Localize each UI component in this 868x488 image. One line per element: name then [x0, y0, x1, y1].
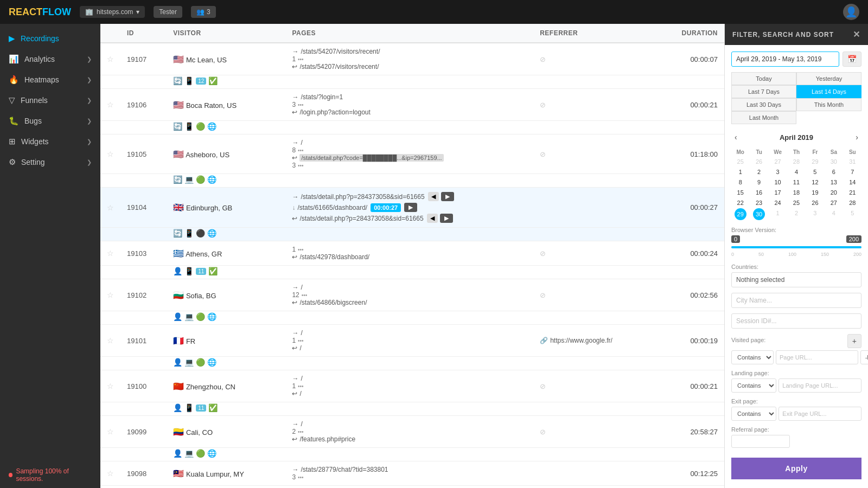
page-link: ↩/stats/detail.php?code=████████...&ip=2… — [292, 154, 527, 162]
cal-day[interactable]: 6 — [825, 167, 843, 177]
cal-day[interactable]: 22 — [731, 198, 749, 208]
cal-day[interactable]: 24 — [769, 198, 787, 208]
pages-count: 3••• — [292, 473, 527, 481]
cal-day[interactable]: 26 — [750, 157, 768, 166]
star-icon[interactable]: ☆ — [107, 249, 114, 258]
quick-date-30days[interactable]: Last 30 Days — [731, 98, 796, 111]
sidebar-item-bugs[interactable]: 🐛 Bugs ❯ — [0, 111, 100, 131]
close-icon[interactable]: ✕ — [853, 29, 860, 40]
cal-day[interactable]: 3 — [806, 208, 824, 220]
exit-page-contains[interactable]: Contains — [731, 407, 776, 421]
cal-day[interactable]: 9 — [750, 177, 768, 187]
quick-date-today[interactable]: Today — [731, 72, 796, 85]
cal-day[interactable]: 21 — [844, 188, 861, 197]
quick-date-yesterday[interactable]: Yesterday — [796, 72, 861, 85]
star-icon[interactable]: ☆ — [107, 203, 114, 212]
cal-day[interactable]: 27 — [825, 198, 843, 208]
cal-day[interactable]: 26 — [806, 198, 824, 208]
page-link: ↩/stats/64866/bigscreen/ — [292, 299, 527, 306]
apply-button[interactable]: Apply — [731, 458, 861, 479]
cal-day[interactable]: 15 — [731, 188, 749, 197]
star-icon[interactable]: ☆ — [107, 469, 114, 478]
quick-date-this-month[interactable]: This Month — [796, 98, 861, 111]
cal-day[interactable]: 13 — [825, 177, 843, 187]
star-icon[interactable]: ☆ — [107, 427, 114, 436]
date-range-input[interactable] — [731, 52, 839, 67]
cal-day[interactable]: 5 — [806, 167, 824, 177]
cal-day[interactable]: 4 — [825, 208, 843, 220]
row-id: 19107 — [127, 55, 146, 63]
play-btn[interactable]: ▶ — [441, 192, 454, 201]
cal-day[interactable]: 4 — [787, 167, 805, 177]
star-icon[interactable]: ☆ — [107, 150, 114, 158]
city-input[interactable] — [731, 293, 861, 308]
cal-day[interactable]: 1 — [731, 167, 749, 177]
calendar-icon-btn[interactable]: 📅 — [843, 52, 861, 67]
cal-day[interactable]: 3 — [769, 167, 787, 177]
referral-page-input[interactable] — [731, 435, 790, 448]
exit-page-url[interactable] — [778, 407, 861, 421]
cal-day-selected-start[interactable]: 29 — [735, 208, 746, 220]
visited-page-contains[interactable]: Contains — [731, 350, 774, 364]
row-id: 19099 — [127, 428, 146, 436]
cal-day[interactable]: 19 — [806, 188, 824, 197]
cal-day[interactable]: 28 — [844, 198, 861, 208]
cal-day[interactable]: 27 — [769, 157, 787, 166]
cal-day[interactable]: 30 — [825, 157, 843, 166]
page-link: ↩/ — [292, 390, 527, 397]
site-name: hitsteps.com — [97, 8, 133, 16]
session-id-input[interactable] — [731, 313, 861, 329]
cal-day[interactable]: 7 — [844, 167, 861, 177]
cal-day[interactable]: 1 — [769, 208, 787, 220]
sidebar-item-widgets[interactable]: ⊞ Widgets ❯ — [0, 131, 100, 152]
prev-btn[interactable]: ◀ — [428, 192, 439, 201]
star-icon[interactable]: ☆ — [107, 291, 114, 299]
quick-date-last-month[interactable]: Last Month — [731, 111, 796, 124]
quick-date-14days[interactable]: Last 14 Days — [796, 85, 861, 98]
star-icon[interactable]: ☆ — [107, 55, 114, 63]
cal-day[interactable]: 18 — [787, 188, 805, 197]
cal-day[interactable]: 12 — [806, 177, 824, 187]
main-content: ID Visitor Pages Referrer Duration ☆ 191… — [100, 24, 724, 488]
cal-day[interactable]: 25 — [787, 198, 805, 208]
landing-page-contains[interactable]: Contains — [731, 378, 776, 393]
landing-page-url[interactable] — [778, 378, 861, 393]
cal-day[interactable]: 2 — [787, 208, 805, 220]
visited-page-url[interactable] — [776, 350, 858, 364]
add-visited-page-btn[interactable]: + — [847, 334, 861, 348]
sidebar-item-recordings[interactable]: ▶ Recordings — [0, 28, 100, 49]
cal-day-selected-end[interactable]: 30 — [753, 208, 765, 220]
star-icon[interactable]: ☆ — [107, 336, 114, 345]
cal-day[interactable]: 11 — [787, 177, 805, 187]
prev-btn[interactable]: ◀ — [427, 214, 438, 223]
row-actions: ◀ ▶ — [428, 192, 454, 201]
cal-day[interactable]: 10 — [769, 177, 787, 187]
quick-date-7days[interactable]: Last 7 Days — [731, 85, 796, 98]
cal-day[interactable]: 23 — [750, 198, 768, 208]
cal-day[interactable]: 8 — [731, 177, 749, 187]
cal-day[interactable]: 28 — [787, 157, 805, 166]
sidebar-item-funnels[interactable]: ▽ Funnels ❯ — [0, 90, 100, 111]
cal-day[interactable]: 29 — [806, 157, 824, 166]
cal-day[interactable]: 5 — [844, 208, 861, 220]
cal-day[interactable]: 17 — [769, 188, 787, 197]
star-icon[interactable]: ☆ — [107, 382, 114, 390]
star-icon[interactable]: ☆ — [107, 100, 114, 109]
cal-day[interactable]: 20 — [825, 188, 843, 197]
sidebar-item-heatmaps[interactable]: 🔥 Heatmaps ❯ — [0, 69, 100, 90]
cal-next-btn[interactable]: › — [852, 132, 861, 143]
user-avatar[interactable]: 👤 — [843, 4, 859, 20]
cal-prev-btn[interactable]: ‹ — [731, 132, 741, 143]
visited-page-flag[interactable]: -ls — [860, 350, 868, 364]
sidebar-item-setting[interactable]: ⚙ Setting ❯ — [0, 152, 100, 172]
cal-day[interactable]: 14 — [844, 177, 861, 187]
play-btn[interactable]: ▶ — [404, 203, 417, 212]
site-selector[interactable]: 🏢 hitsteps.com ▾ — [80, 6, 145, 18]
play-btn[interactable]: ▶ — [440, 214, 453, 223]
countries-select[interactable]: Nothing selected — [731, 272, 861, 287]
cal-day[interactable]: 16 — [750, 188, 768, 197]
cal-day[interactable]: 31 — [844, 157, 861, 166]
cal-day[interactable]: 25 — [731, 157, 749, 166]
cal-day[interactable]: 2 — [750, 167, 768, 177]
sidebar-item-analytics[interactable]: 📊 Analytics ❯ — [0, 49, 100, 69]
